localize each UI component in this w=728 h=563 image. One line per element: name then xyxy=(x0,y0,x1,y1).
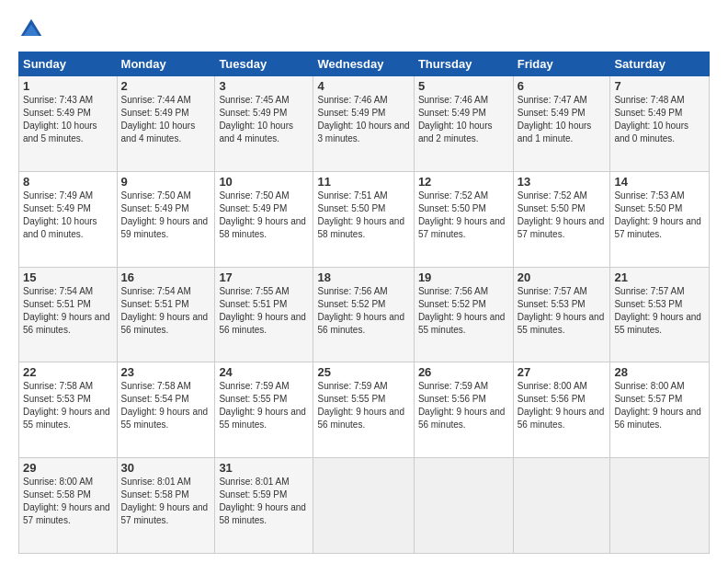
day-info: Sunrise: 7:54 AMSunset: 5:51 PMDaylight:… xyxy=(121,285,211,337)
calendar-cell xyxy=(610,458,710,554)
day-number: 8 xyxy=(23,175,113,189)
calendar-cell: 10Sunrise: 7:50 AMSunset: 5:49 PMDayligh… xyxy=(215,171,313,267)
calendar-header: SundayMondayTuesdayWednesdayThursdayFrid… xyxy=(19,52,710,76)
header-day-saturday: Saturday xyxy=(610,52,710,76)
day-number: 6 xyxy=(518,79,607,93)
day-info: Sunrise: 7:47 AMSunset: 5:49 PMDaylight:… xyxy=(518,94,607,145)
calendar-cell: 5Sunrise: 7:46 AMSunset: 5:49 PMDaylight… xyxy=(414,76,513,172)
day-number: 24 xyxy=(219,365,309,379)
day-info: Sunrise: 7:46 AMSunset: 5:49 PMDaylight:… xyxy=(418,94,509,145)
day-number: 15 xyxy=(23,270,113,284)
day-info: Sunrise: 7:59 AMSunset: 5:55 PMDaylight:… xyxy=(317,380,409,431)
day-info: Sunrise: 7:53 AMSunset: 5:50 PMDaylight:… xyxy=(614,190,705,241)
day-number: 5 xyxy=(418,79,509,93)
header-day-monday: Monday xyxy=(117,52,215,76)
day-info: Sunrise: 7:46 AMSunset: 5:49 PMDaylight:… xyxy=(317,94,409,145)
day-number: 9 xyxy=(121,175,211,189)
day-info: Sunrise: 8:00 AMSunset: 5:57 PMDaylight:… xyxy=(614,380,705,431)
calendar-cell: 27Sunrise: 8:00 AMSunset: 5:56 PMDayligh… xyxy=(513,362,610,458)
calendar-cell xyxy=(313,458,414,554)
calendar-cell: 31Sunrise: 8:01 AMSunset: 5:59 PMDayligh… xyxy=(215,458,313,554)
calendar-cell: 26Sunrise: 7:59 AMSunset: 5:56 PMDayligh… xyxy=(414,362,513,458)
day-info: Sunrise: 7:58 AMSunset: 5:54 PMDaylight:… xyxy=(121,380,211,431)
day-info: Sunrise: 7:48 AMSunset: 5:49 PMDaylight:… xyxy=(614,94,705,145)
day-number: 28 xyxy=(614,365,705,379)
calendar-cell: 1Sunrise: 7:43 AMSunset: 5:49 PMDaylight… xyxy=(19,76,118,172)
day-info: Sunrise: 7:55 AMSunset: 5:51 PMDaylight:… xyxy=(219,285,309,337)
header-day-tuesday: Tuesday xyxy=(215,52,313,76)
day-number: 4 xyxy=(317,79,409,93)
day-number: 3 xyxy=(219,79,309,93)
calendar-cell: 16Sunrise: 7:54 AMSunset: 5:51 PMDayligh… xyxy=(117,267,215,362)
week-row-2: 8Sunrise: 7:49 AMSunset: 5:49 PMDaylight… xyxy=(19,171,710,267)
day-info: Sunrise: 7:50 AMSunset: 5:49 PMDaylight:… xyxy=(121,190,211,241)
day-info: Sunrise: 7:44 AMSunset: 5:49 PMDaylight:… xyxy=(121,94,211,145)
calendar-cell: 3Sunrise: 7:45 AMSunset: 5:49 PMDaylight… xyxy=(215,76,313,172)
header xyxy=(18,17,710,42)
calendar-cell: 2Sunrise: 7:44 AMSunset: 5:49 PMDaylight… xyxy=(117,76,215,172)
day-info: Sunrise: 7:59 AMSunset: 5:56 PMDaylight:… xyxy=(418,380,509,431)
header-day-wednesday: Wednesday xyxy=(313,52,414,76)
day-number: 26 xyxy=(418,365,509,379)
calendar-cell: 17Sunrise: 7:55 AMSunset: 5:51 PMDayligh… xyxy=(215,267,313,362)
week-row-4: 22Sunrise: 7:58 AMSunset: 5:53 PMDayligh… xyxy=(19,362,710,458)
calendar-cell: 30Sunrise: 8:01 AMSunset: 5:58 PMDayligh… xyxy=(117,458,215,554)
logo-icon xyxy=(18,17,44,42)
day-number: 14 xyxy=(614,175,705,189)
calendar-cell: 9Sunrise: 7:50 AMSunset: 5:49 PMDaylight… xyxy=(117,171,215,267)
header-day-thursday: Thursday xyxy=(414,52,513,76)
calendar-table: SundayMondayTuesdayWednesdayThursdayFrid… xyxy=(18,52,710,554)
calendar-cell: 28Sunrise: 8:00 AMSunset: 5:57 PMDayligh… xyxy=(610,362,710,458)
header-row: SundayMondayTuesdayWednesdayThursdayFrid… xyxy=(19,52,710,76)
day-number: 1 xyxy=(23,79,113,93)
day-number: 23 xyxy=(121,365,211,379)
day-info: Sunrise: 7:59 AMSunset: 5:55 PMDaylight:… xyxy=(219,380,309,431)
day-number: 12 xyxy=(418,175,509,189)
day-info: Sunrise: 7:56 AMSunset: 5:52 PMDaylight:… xyxy=(418,285,509,337)
calendar-cell: 25Sunrise: 7:59 AMSunset: 5:55 PMDayligh… xyxy=(313,362,414,458)
calendar-cell: 29Sunrise: 8:00 AMSunset: 5:58 PMDayligh… xyxy=(19,458,118,554)
day-info: Sunrise: 8:01 AMSunset: 5:58 PMDaylight:… xyxy=(121,476,211,527)
calendar-cell: 22Sunrise: 7:58 AMSunset: 5:53 PMDayligh… xyxy=(19,362,118,458)
day-info: Sunrise: 7:56 AMSunset: 5:52 PMDaylight:… xyxy=(317,285,409,337)
header-day-sunday: Sunday xyxy=(19,52,118,76)
day-info: Sunrise: 8:01 AMSunset: 5:59 PMDaylight:… xyxy=(219,476,309,527)
day-info: Sunrise: 7:49 AMSunset: 5:49 PMDaylight:… xyxy=(23,190,113,241)
calendar-cell xyxy=(513,458,610,554)
calendar-cell: 11Sunrise: 7:51 AMSunset: 5:50 PMDayligh… xyxy=(313,171,414,267)
calendar-cell xyxy=(414,458,513,554)
day-info: Sunrise: 8:00 AMSunset: 5:58 PMDaylight:… xyxy=(23,476,113,527)
calendar-cell: 24Sunrise: 7:59 AMSunset: 5:55 PMDayligh… xyxy=(215,362,313,458)
day-number: 27 xyxy=(518,365,607,379)
calendar-cell: 15Sunrise: 7:54 AMSunset: 5:51 PMDayligh… xyxy=(19,267,118,362)
day-number: 30 xyxy=(121,461,211,475)
day-number: 13 xyxy=(518,175,607,189)
day-info: Sunrise: 7:43 AMSunset: 5:49 PMDaylight:… xyxy=(23,94,113,145)
day-number: 29 xyxy=(23,461,113,475)
day-number: 31 xyxy=(219,461,309,475)
calendar-cell: 8Sunrise: 7:49 AMSunset: 5:49 PMDaylight… xyxy=(19,171,118,267)
day-info: Sunrise: 7:45 AMSunset: 5:49 PMDaylight:… xyxy=(219,94,309,145)
day-info: Sunrise: 7:51 AMSunset: 5:50 PMDaylight:… xyxy=(317,190,409,241)
day-info: Sunrise: 7:58 AMSunset: 5:53 PMDaylight:… xyxy=(23,380,113,431)
day-number: 2 xyxy=(121,79,211,93)
day-info: Sunrise: 7:57 AMSunset: 5:53 PMDaylight:… xyxy=(614,285,705,337)
week-row-3: 15Sunrise: 7:54 AMSunset: 5:51 PMDayligh… xyxy=(19,267,710,362)
day-number: 21 xyxy=(614,270,705,284)
day-number: 17 xyxy=(219,270,309,284)
calendar-cell: 20Sunrise: 7:57 AMSunset: 5:53 PMDayligh… xyxy=(513,267,610,362)
day-number: 16 xyxy=(121,270,211,284)
calendar-cell: 21Sunrise: 7:57 AMSunset: 5:53 PMDayligh… xyxy=(610,267,710,362)
header-day-friday: Friday xyxy=(513,52,610,76)
day-info: Sunrise: 8:00 AMSunset: 5:56 PMDaylight:… xyxy=(518,380,607,431)
calendar-cell: 23Sunrise: 7:58 AMSunset: 5:54 PMDayligh… xyxy=(117,362,215,458)
day-number: 19 xyxy=(418,270,509,284)
day-number: 25 xyxy=(317,365,409,379)
day-info: Sunrise: 7:54 AMSunset: 5:51 PMDaylight:… xyxy=(23,285,113,337)
week-row-5: 29Sunrise: 8:00 AMSunset: 5:58 PMDayligh… xyxy=(19,458,710,554)
calendar-cell: 14Sunrise: 7:53 AMSunset: 5:50 PMDayligh… xyxy=(610,171,710,267)
day-number: 11 xyxy=(317,175,409,189)
day-number: 22 xyxy=(23,365,113,379)
day-info: Sunrise: 7:57 AMSunset: 5:53 PMDaylight:… xyxy=(518,285,607,337)
logo xyxy=(18,17,48,42)
